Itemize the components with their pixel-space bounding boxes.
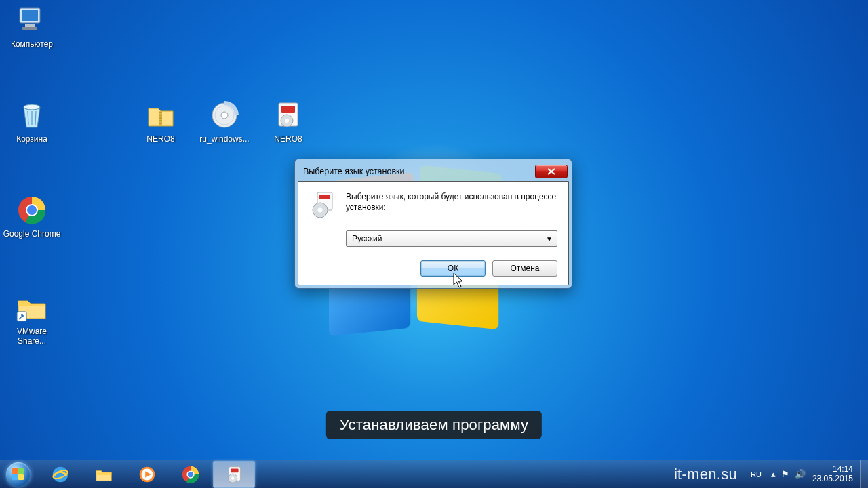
svg-rect-9 <box>159 111 162 126</box>
svg-rect-3 <box>22 27 37 30</box>
taskbar-item-explorer[interactable] <box>83 461 125 488</box>
taskbar-clock[interactable]: 14:14 23.05.2015 <box>812 465 853 484</box>
recycle-bin-icon <box>16 99 48 131</box>
svg-point-4 <box>24 104 40 110</box>
nero-installer-icon <box>224 464 244 485</box>
language-dropdown-value: Русский <box>352 234 382 243</box>
desktop-icon-ru-windows[interactable]: ru_windows... <box>194 99 255 144</box>
computer-icon <box>16 4 48 37</box>
clock-date: 23.05.2015 <box>812 474 853 484</box>
svg-rect-23 <box>96 472 112 475</box>
svg-rect-2 <box>25 24 35 27</box>
file-explorer-icon <box>94 464 114 485</box>
language-dropdown[interactable]: Русский ▼ <box>346 230 557 247</box>
nero-installer-icon <box>272 99 304 131</box>
svg-point-28 <box>188 471 193 476</box>
icon-label: VMware Share... <box>2 327 62 346</box>
taskbar: it-men.su RU ▴ ⚑ 🔊 14:14 23.05.2015 <box>0 460 868 488</box>
icon-label: Компьютер <box>11 39 53 49</box>
svg-point-12 <box>221 112 228 119</box>
desktop-icon-nero-pkg[interactable]: NERO8 <box>258 99 319 144</box>
chevron-down-icon: ▼ <box>546 235 553 243</box>
folder-shortcut-icon <box>16 291 48 324</box>
chrome-icon <box>16 194 48 226</box>
media-player-icon <box>137 464 157 485</box>
desktop-icon-computer[interactable]: Компьютер <box>1 4 62 49</box>
dialog-titlebar[interactable]: Выберите язык установки <box>298 162 569 181</box>
taskbar-item-ie[interactable] <box>39 461 81 488</box>
svg-point-7 <box>27 205 37 215</box>
taskbar-item-media-player[interactable] <box>126 461 168 488</box>
system-tray: it-men.su RU ▴ ⚑ 🔊 14:14 23.05.2015 <box>674 460 860 488</box>
ok-button[interactable]: ОК <box>420 260 486 277</box>
language-indicator[interactable]: RU <box>748 469 764 480</box>
close-button[interactable] <box>535 165 568 178</box>
svg-rect-14 <box>281 106 295 113</box>
taskbar-item-nero-installer[interactable] <box>213 461 255 488</box>
tutorial-caption: Устанавливаем программу <box>326 411 542 439</box>
disc-image-icon <box>208 99 241 131</box>
svg-point-16 <box>285 119 289 123</box>
chrome-icon <box>180 464 201 485</box>
cancel-button[interactable]: Отмена <box>492 260 557 277</box>
internet-explorer-icon <box>50 464 71 485</box>
volume-icon[interactable]: 🔊 <box>795 469 806 479</box>
svg-rect-30 <box>231 468 238 472</box>
clock-time: 14:14 <box>812 465 853 474</box>
desktop-icon-chrome[interactable]: Google Chrome <box>1 194 62 239</box>
svg-point-20 <box>318 208 323 213</box>
dialog-message: Выберите язык, который будет использован… <box>346 191 557 218</box>
close-icon <box>547 168 555 175</box>
start-button[interactable] <box>0 460 37 489</box>
taskbar-item-chrome[interactable] <box>170 461 212 488</box>
zip-folder-icon <box>144 99 177 131</box>
language-select-dialog: Выберите язык установки Выберите язык, к… <box>294 159 572 289</box>
desktop-icon-nero-zip[interactable]: NERO8 <box>130 99 191 144</box>
desktop-icon-vmware-share[interactable]: VMware Share... <box>1 291 62 346</box>
dialog-title: Выберите язык установки <box>303 167 405 176</box>
show-hidden-icons-icon[interactable]: ▴ <box>771 469 776 479</box>
icon-label: Google Chrome <box>3 229 61 239</box>
icon-label: ru_windows... <box>199 134 249 144</box>
icon-label: NERO8 <box>146 134 174 144</box>
action-center-icon[interactable]: ⚑ <box>781 469 789 479</box>
icon-label: Корзина <box>16 134 47 144</box>
show-desktop-button[interactable] <box>860 460 868 489</box>
desktop[interactable]: Компьютер Корзина Google Chrome VMware S… <box>0 0 868 488</box>
svg-rect-18 <box>319 195 330 199</box>
installer-icon <box>309 191 336 218</box>
svg-point-32 <box>231 476 234 479</box>
watermark-text: it-men.su <box>674 466 737 483</box>
icon-label: NERO8 <box>274 134 302 144</box>
desktop-icon-recycle-bin[interactable]: Корзина <box>1 99 62 144</box>
svg-rect-1 <box>22 10 38 21</box>
